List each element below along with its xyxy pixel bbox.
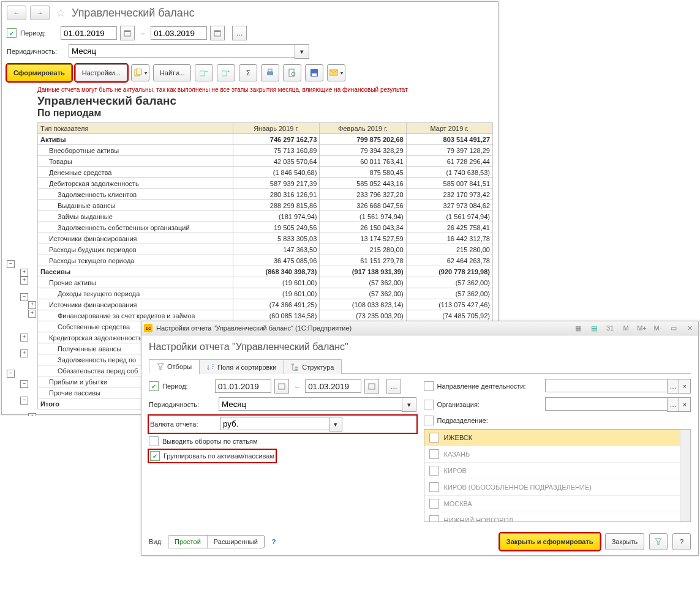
dlg-period-more[interactable]: … (386, 379, 401, 394)
close-icon[interactable]: ✕ (683, 323, 696, 334)
app-icon: 1c (144, 324, 152, 332)
svg-rect-20 (279, 384, 285, 389)
tree-toggle[interactable]: + (20, 269, 28, 277)
find-button[interactable]: Найти... (153, 64, 192, 81)
tree-toggle[interactable]: − (20, 380, 28, 388)
svg-rect-3 (214, 31, 220, 32)
table-row[interactable]: Прочие активы(19 601,00)(57 362,00)(57 3… (38, 277, 493, 288)
org-checkbox[interactable]: ✔ (424, 400, 434, 409)
tree-toggle[interactable]: + (28, 310, 36, 318)
table-row[interactable]: Задолженность клиентов280 316 126,91233 … (38, 189, 493, 200)
tree-toggle[interactable]: − (20, 293, 28, 301)
table-row[interactable]: Задолженность собственных организаций19 … (38, 222, 493, 233)
direction-checkbox[interactable]: ✔ (424, 381, 434, 391)
table-row[interactable]: Товары42 035 570,6460 011 763,4161 728 2… (38, 156, 493, 167)
dlg-period-checkbox[interactable]: ✔ (149, 381, 159, 391)
direction-label: Направление деятельности: (437, 383, 541, 390)
m-icon[interactable]: M (620, 323, 632, 334)
calc-icon[interactable]: ▦ (572, 323, 584, 334)
table-row[interactable]: Расходы будущих периодов147 363,50215 28… (38, 244, 493, 255)
svg-rect-6 (200, 71, 205, 76)
favorite-icon[interactable]: ☆ (53, 6, 68, 20)
table-row[interactable]: Финансирование за счет кредитов и займов… (38, 310, 493, 321)
preview-button[interactable] (283, 64, 301, 81)
calendar-icon[interactable]: ▤ (588, 323, 600, 334)
direction-more[interactable]: … (667, 379, 679, 394)
periodicity-label: Периодичность: (7, 48, 65, 55)
table-row[interactable]: Дебиторская задолженность587 939 217,395… (38, 178, 493, 189)
table-row[interactable]: Источники финансирования5 833 305,0313 1… (38, 233, 493, 244)
table-row[interactable]: Денежные средства(1 846 540,68)875 580,4… (38, 167, 493, 178)
tree-toggle[interactable]: + (20, 349, 28, 357)
table-row[interactable]: Займы выданные(181 974,94)(1 561 974,94)… (38, 211, 493, 222)
dialog-window-title: Настройки отчета "Управленческий баланс"… (156, 324, 352, 332)
print-button[interactable] (261, 64, 279, 81)
tree-toggle[interactable]: − (7, 370, 15, 378)
m-plus-icon[interactable]: M+ (636, 323, 648, 334)
dialog-title: Настройки отчета "Управленческий баланс" (149, 342, 691, 353)
generate-button[interactable]: Сформировать (7, 64, 72, 81)
period-to-input[interactable] (151, 26, 207, 40)
sort-icon (207, 364, 214, 371)
tree-toggle[interactable]: + (20, 277, 28, 285)
direction-input[interactable] (545, 379, 668, 392)
dlg-to-calendar-icon[interactable] (364, 379, 379, 394)
period-to-calendar-icon[interactable] (210, 26, 225, 40)
period-checkbox[interactable]: ✔ (7, 28, 17, 38)
table-row[interactable]: Доходы текущего периода(19 601,00)(57 36… (38, 288, 493, 299)
email-button[interactable]: ▾ (327, 64, 345, 81)
date-icon[interactable]: 31 (604, 323, 616, 334)
collapse-button[interactable]: − (195, 64, 213, 81)
variants-button[interactable]: ▾ (131, 64, 149, 81)
tab-filters[interactable]: Отборы (149, 359, 200, 374)
org-more[interactable]: … (667, 397, 679, 412)
m-minus-icon[interactable]: M- (652, 323, 664, 334)
dlg-period-to[interactable] (305, 379, 361, 393)
minimize-icon[interactable]: ▭ (668, 323, 680, 334)
tree-icon (292, 364, 299, 371)
settings-button[interactable]: Настройки... (75, 64, 127, 81)
table-row[interactable]: Внеоборотные активы75 713 160,8979 394 3… (38, 145, 493, 156)
svg-rect-17 (292, 364, 294, 365)
tab-structure[interactable]: Структура (284, 359, 342, 374)
dlg-periodicity-select[interactable] (219, 397, 402, 411)
table-row[interactable]: Активы746 297 162,73799 875 202,68803 51… (38, 134, 493, 145)
period-from-calendar-icon[interactable] (120, 26, 135, 40)
period-more-button[interactable]: … (232, 26, 247, 40)
tree-toggle[interactable]: + (20, 334, 28, 342)
period-from-input[interactable] (61, 26, 117, 40)
dlg-period-from[interactable] (215, 379, 271, 393)
svg-rect-19 (295, 369, 298, 371)
org-clear[interactable]: × (679, 397, 691, 412)
direction-clear[interactable]: × (679, 379, 691, 394)
table-row[interactable]: Пассивы(868 340 398,73)(917 138 931,39)(… (38, 266, 493, 277)
nav-back-button[interactable]: ← (7, 6, 26, 20)
dlg-periodicity-label: Периодичность: (149, 401, 215, 408)
tab-fields[interactable]: Поля и сортировки (199, 359, 284, 374)
table-row[interactable]: Выданные авансы288 299 815,86326 668 047… (38, 200, 493, 211)
tree-toggle[interactable]: + (28, 301, 36, 309)
table-row[interactable]: Расходы текущего периода36 475 085,9661 … (38, 255, 493, 266)
settings-dialog: 1c Настройки отчета "Управленческий бала… (141, 321, 699, 416)
col-header-feb: Февраль 2019 г. (320, 123, 406, 134)
svg-rect-1 (124, 31, 130, 32)
nav-forward-button[interactable]: → (30, 6, 50, 20)
svg-rect-12 (289, 69, 294, 77)
periodicity-select[interactable] (69, 44, 295, 58)
dlg-periodicity-dd-icon[interactable]: ▾ (402, 397, 416, 412)
division-checkbox[interactable]: ✔ (424, 416, 434, 416)
expand-button[interactable]: + (217, 64, 235, 81)
dlg-from-calendar-icon[interactable] (274, 379, 289, 394)
period-dash: – (138, 29, 147, 37)
org-input[interactable] (545, 397, 668, 411)
warning-text: Данные отчета могут быть не актуальны, т… (2, 85, 498, 94)
table-row[interactable]: Источники финансирования(74 366 491,25)(… (38, 299, 493, 310)
svg-rect-10 (267, 72, 273, 75)
tree-toggle[interactable]: − (20, 397, 28, 405)
sum-button[interactable]: Σ (239, 64, 257, 81)
periodicity-dropdown-icon[interactable]: ▾ (295, 44, 309, 59)
svg-rect-21 (369, 384, 375, 389)
save-button[interactable] (305, 64, 323, 81)
tree-toggle[interactable]: + (28, 413, 36, 416)
tree-toggle[interactable]: − (7, 260, 15, 268)
